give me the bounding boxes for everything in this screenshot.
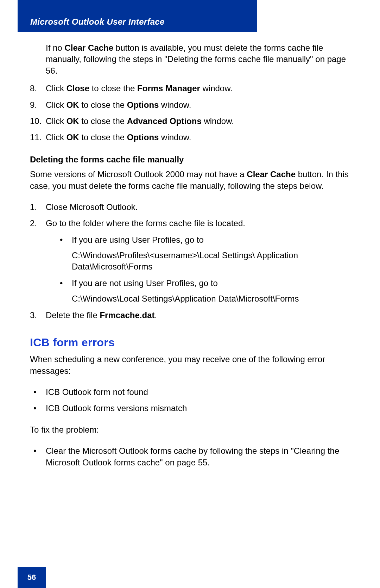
path-text: C:\Windows\Local Settings\Application Da…	[72, 293, 350, 304]
text: If you are using User Profiles, go to	[72, 235, 204, 245]
text: window.	[159, 132, 191, 142]
list-number: 10.	[30, 116, 44, 127]
path-text: C:\Windows\Profiles\<username>\Local Set…	[72, 250, 350, 273]
text: Some versions of Microsoft Outlook 2000 …	[30, 169, 247, 179]
list-item: 1. Close Microsoft Outlook.	[30, 202, 350, 213]
text: Go to the folder where the forms cache f…	[46, 218, 245, 228]
text: If you are not using User Profiles, go t…	[72, 278, 218, 288]
bold-text: OK	[66, 100, 79, 110]
header-bar: Microsoft Outlook User Interface	[18, 0, 257, 32]
text: Click	[46, 116, 66, 126]
section-heading: ICB form errors	[30, 335, 350, 350]
list-number: 8.	[30, 83, 44, 94]
list-number: 2.	[30, 218, 44, 229]
subheading: Deleting the forms cache file manually	[30, 154, 350, 165]
bullet-list: ICB Outlook form not found ICB Outlook f…	[30, 386, 350, 414]
paragraph: To fix the problem:	[30, 424, 350, 435]
list-item: 8. Click Close to close the Forms Manage…	[30, 83, 350, 94]
text: to close the	[79, 100, 127, 110]
list-number: 3.	[30, 310, 44, 321]
sub-bullet-list: If you are using User Profiles, go to C:…	[60, 234, 350, 305]
page-number: 56	[27, 573, 36, 582]
list-item: If you are using User Profiles, go to C:…	[60, 234, 350, 273]
bold-text: Advanced Options	[127, 116, 202, 126]
text: Click	[46, 100, 66, 110]
list-item: 2. Go to the folder where the forms cach…	[30, 218, 350, 304]
text: to close the	[89, 83, 137, 93]
text: window.	[200, 83, 233, 93]
text: .	[154, 310, 157, 320]
bold-text: OK	[66, 132, 79, 142]
text: to close the	[79, 116, 127, 126]
list-number: 9.	[30, 99, 44, 111]
list-item: Clear the Microsoft Outlook forms cache …	[30, 445, 350, 468]
bold-text: Clear Cache	[64, 43, 113, 52]
numbered-list-continued: 8. Click Close to close the Forms Manage…	[30, 83, 350, 143]
bold-text: Clear Cache	[247, 169, 296, 179]
bold-text: Close	[66, 83, 89, 93]
text: Click	[46, 83, 66, 93]
intro-paragraph: If no Clear Cache button is available, y…	[46, 42, 350, 76]
text: Click	[46, 132, 66, 142]
list-item: 9. Click OK to close the Options window.	[30, 99, 350, 111]
text: to close the	[79, 132, 127, 142]
list-item: 11. Click OK to close the Options window…	[30, 132, 350, 143]
list-number: 1.	[30, 202, 44, 213]
text: If no	[46, 43, 64, 52]
text: window.	[202, 116, 234, 126]
page: Microsoft Outlook User Interface If no C…	[0, 0, 380, 588]
list-item: ICB Outlook forms versions mismatch	[30, 403, 350, 414]
list-item: 10. Click OK to close the Advanced Optio…	[30, 116, 350, 127]
text: window.	[159, 100, 191, 110]
paragraph: Some versions of Microsoft Outlook 2000 …	[30, 169, 350, 192]
paragraph: When scheduling a new conference, you ma…	[30, 354, 350, 377]
list-number: 11.	[30, 132, 44, 143]
text: Close Microsoft Outlook.	[46, 202, 138, 212]
text: Delete the file	[46, 310, 100, 320]
bold-text: Forms Manager	[137, 83, 200, 93]
list-item: ICB Outlook form not found	[30, 386, 350, 398]
list-item: 3. Delete the file Frmcache.dat.	[30, 310, 350, 321]
list-item: If you are not using User Profiles, go t…	[60, 278, 350, 305]
numbered-list: 1. Close Microsoft Outlook. 2. Go to the…	[30, 202, 350, 321]
bold-text: Frmcache.dat	[100, 310, 154, 320]
header-title: Microsoft Outlook User Interface	[30, 17, 165, 27]
page-number-box: 56	[18, 567, 46, 588]
content-area: If no Clear Cache button is available, y…	[30, 42, 350, 478]
bold-text: Options	[127, 100, 159, 110]
bullet-list: Clear the Microsoft Outlook forms cache …	[30, 445, 350, 468]
bold-text: OK	[66, 116, 79, 126]
bold-text: Options	[127, 132, 159, 142]
